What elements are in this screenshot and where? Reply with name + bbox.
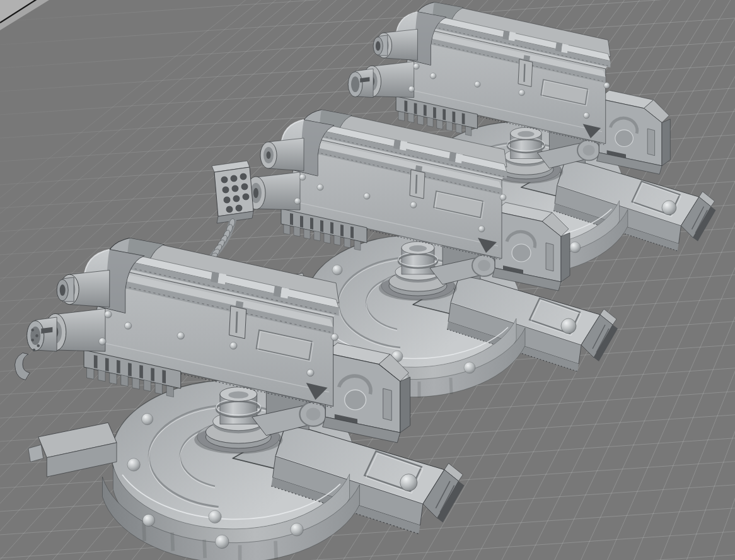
arm-rivet-dome bbox=[662, 201, 676, 215]
gun-sight-tab bbox=[518, 59, 533, 87]
viewport-3d[interactable] bbox=[0, 0, 735, 560]
arm-rivet-dome bbox=[561, 318, 576, 334]
arm-rivet-dome bbox=[400, 474, 417, 491]
gun-sight-tab bbox=[410, 170, 425, 199]
viewport-3d-container bbox=[0, 0, 735, 560]
gun-sight-tab bbox=[229, 306, 246, 339]
